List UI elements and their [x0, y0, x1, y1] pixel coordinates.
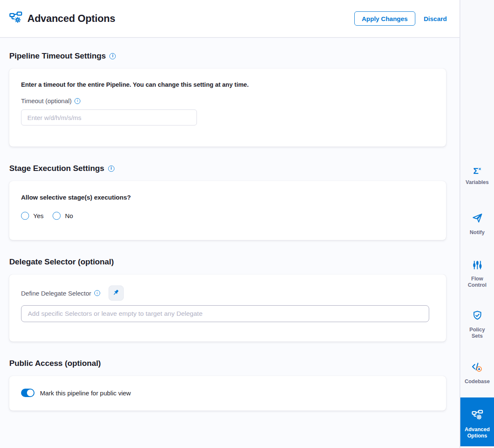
main-panel: Advanced Options Apply Changes Discard P… [0, 0, 459, 448]
settings-content: Pipeline Timeout Settings i Enter a time… [0, 38, 459, 448]
radio-no-label: No [65, 212, 73, 219]
sliders-icon [472, 253, 483, 272]
pipeline-gear-icon [472, 403, 483, 423]
radio-yes-circle[interactable] [21, 212, 29, 220]
pin-button[interactable] [109, 285, 124, 301]
stage-execution-heading: Stage Execution Settings i [9, 164, 446, 173]
delegate-label-row: Define Delegate Selector i [21, 285, 434, 301]
timeout-label-row: Timeout (optional) i [21, 97, 434, 104]
public-access-heading-text: Public Access (optional) [9, 359, 101, 368]
info-icon[interactable]: i [108, 165, 114, 172]
advanced-options-screen: Advanced Options Apply Changes Discard P… [0, 0, 494, 448]
header-actions: Apply Changes Discard [354, 11, 447, 26]
title-wrap: Advanced Options [9, 11, 115, 26]
paper-plane-icon [472, 206, 483, 226]
delegate-selector-card: Define Delegate Selector i [9, 275, 446, 341]
sidebar-item-label: Notify [470, 229, 484, 236]
public-view-toggle-row: Mark this pipeline for public view [21, 389, 434, 397]
public-view-toggle-label: Mark this pipeline for public view [40, 389, 131, 397]
radio-no-circle[interactable] [53, 212, 61, 220]
shield-check-icon [472, 304, 483, 323]
radio-yes[interactable]: Yes [21, 212, 43, 220]
stage-execution-card: Allow selective stage(s) executions? Yes… [9, 181, 446, 240]
apply-changes-button[interactable]: Apply Changes [354, 11, 415, 26]
pipeline-gear-icon [9, 11, 22, 26]
sidebar-item-flow-control[interactable]: Flow Control [460, 253, 494, 288]
sidebar-item-advanced-options[interactable]: Advanced Options [460, 397, 494, 446]
public-access-heading: Public Access (optional) [9, 359, 446, 368]
sidebar-item-label: Policy Sets [470, 327, 485, 339]
info-icon[interactable]: i [94, 290, 100, 296]
sidebar-item-codebase[interactable]: Codebase [460, 355, 494, 385]
delegate-selector-heading: Delegate Selector (optional) [9, 257, 446, 267]
radio-no[interactable]: No [53, 212, 73, 220]
stage-execution-heading-text: Stage Execution Settings [9, 164, 104, 173]
discard-button[interactable]: Discard [424, 15, 447, 22]
sidebar-item-notify[interactable]: Notify [460, 206, 494, 236]
pipeline-tools-sidebar: Σ× Variables Notify [459, 0, 494, 448]
timeout-label: Timeout (optional) [21, 97, 72, 104]
selective-execution-radio-group: Yes No [21, 212, 434, 220]
header: Advanced Options Apply Changes Discard [0, 0, 459, 38]
sidebar-item-label: Advanced Options [465, 427, 490, 439]
page-title: Advanced Options [27, 13, 115, 24]
sidebar-item-label: Flow Control [468, 276, 486, 288]
delegate-selector-heading-text: Delegate Selector (optional) [9, 257, 114, 267]
delegate-label: Define Delegate Selector [21, 290, 91, 297]
radio-yes-label: Yes [33, 212, 43, 219]
sidebar-item-policy-sets[interactable]: Policy Sets [460, 304, 494, 339]
sidebar-item-label: Variables [466, 179, 489, 186]
code-warning-icon [471, 355, 483, 375]
pipeline-timeout-card: Enter a timeout for the entire Pipeline.… [9, 69, 446, 147]
toggle-knob [27, 389, 34, 396]
pipeline-timeout-heading: Pipeline Timeout Settings i [9, 51, 446, 61]
public-view-toggle[interactable] [21, 389, 35, 397]
info-icon[interactable]: i [74, 98, 80, 104]
sidebar-item-variables[interactable]: Σ× Variables [460, 164, 494, 186]
timeout-input[interactable] [21, 109, 197, 125]
sigma-x-icon: Σ× [473, 164, 481, 176]
pushpin-icon [112, 288, 120, 298]
timeout-description: Enter a timeout for the entire Pipeline.… [21, 81, 434, 88]
delegate-selector-input[interactable] [21, 305, 429, 322]
sidebar-item-label: Codebase [465, 379, 490, 385]
info-icon[interactable]: i [109, 53, 116, 59]
public-access-card: Mark this pipeline for public view [9, 376, 446, 411]
selective-execution-question: Allow selective stage(s) executions? [21, 194, 434, 201]
pipeline-timeout-heading-text: Pipeline Timeout Settings [9, 51, 106, 61]
